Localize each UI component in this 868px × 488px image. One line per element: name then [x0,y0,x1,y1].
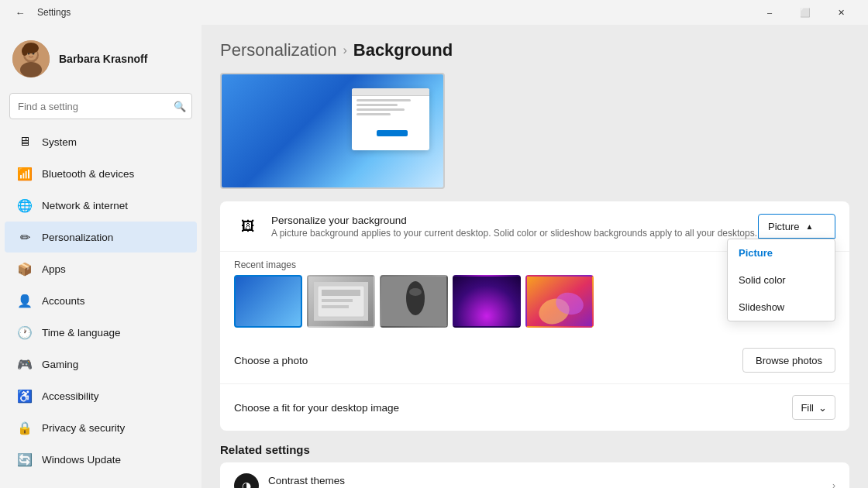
choose-photo-label: Choose a photo [234,355,742,366]
search-box: 🔍 [9,93,192,119]
choose-fit-text: Choose a fit for your desktop image [234,402,792,414]
personalize-row: 🖼 Personalize your background A picture … [220,201,849,252]
accessibility-icon: ♿ [17,388,33,404]
sidebar-item-label: Bluetooth & devices [42,168,134,180]
contrast-themes-row[interactable]: ◑ Contrast themes Color themes for low v… [220,462,849,488]
recent-image-2[interactable] [307,275,375,328]
sidebar-item-network[interactable]: 🌐 Network & internet [5,190,197,221]
choose-photo-row: Choose a photo Browse photos [220,337,849,384]
sidebar-item-label: Time & language [42,327,121,339]
sidebar-item-time[interactable]: 🕐 Time & language [5,317,197,348]
contrast-themes-icon: ◑ [234,473,259,488]
svg-rect-12 [322,305,349,308]
time-icon: 🕐 [17,325,33,340]
sidebar-item-personalization[interactable]: ✏ Personalization [5,222,197,253]
svg-rect-10 [322,290,360,296]
update-icon: 🔄 [17,452,33,467]
sidebar-item-label: Apps [42,263,66,275]
window-controls: – ⬜ ✕ [752,0,859,25]
search-input[interactable] [9,93,192,119]
browse-photos-button[interactable]: Browse photos [742,348,835,373]
svg-rect-11 [322,299,353,302]
dropdown-option-picture[interactable]: Picture [728,239,835,266]
chevron-down-icon: ⌄ [818,402,827,414]
app-title: Settings [37,7,71,18]
close-button[interactable]: ✕ [823,0,859,25]
breadcrumb-separator: › [343,43,346,57]
sidebar-item-label: Personalization [42,232,113,243]
sidebar-item-label: Gaming [42,359,78,370]
personalize-icon: 🖼 [234,212,262,240]
personalize-title: Personalize your background [271,215,758,226]
sidebar-item-label: Accessibility [42,390,99,402]
breadcrumb-parent[interactable]: Personalization [220,40,336,60]
fit-dropdown[interactable]: Fill ⌄ [792,395,835,420]
recent-image-5[interactable] [525,275,594,328]
background-type-dropdown[interactable]: Picture ▲ [758,214,835,239]
chevron-right-icon: › [832,480,835,488]
background-type-dropdown-container: Picture ▲ Picture Solid color Slideshow [758,214,835,239]
recent-image-4[interactable] [453,275,521,328]
choose-fit-label: Choose a fit for your desktop image [234,402,792,414]
sidebar-item-update[interactable]: 🔄 Windows Update [5,444,197,475]
dropdown-menu: Picture Solid color Slideshow [727,239,835,321]
personalize-text: Personalize your background A picture ba… [271,215,758,239]
network-icon: 🌐 [17,198,33,213]
gaming-icon: 🎮 [17,356,33,372]
choose-photo-text: Choose a photo [234,355,742,366]
nav-list: 🖥 System 📶 Bluetooth & devices 🌐 Network… [0,125,202,476]
dropdown-option-solid-color[interactable]: Solid color [728,266,835,294]
related-settings-label: Related settings [220,443,849,456]
apps-icon: 📦 [17,261,33,277]
minimize-button[interactable]: – [752,0,787,25]
breadcrumb-current: Background [353,40,453,60]
chevron-up-icon: ▲ [805,222,813,231]
sidebar: Barbara Krasnoff 🔍 🖥 System 📶 Bluetooth … [0,25,202,488]
sidebar-item-apps[interactable]: 📦 Apps [5,253,197,284]
sidebar-item-bluetooth[interactable]: 📶 Bluetooth & devices [5,158,197,189]
system-icon: 🖥 [17,134,33,149]
breadcrumb: Personalization › Background [220,40,849,60]
svg-point-15 [409,288,422,296]
sidebar-item-gaming[interactable]: 🎮 Gaming [5,349,197,380]
user-name: Barbara Krasnoff [59,53,147,65]
privacy-icon: 🔒 [17,420,33,435]
recent-image-3[interactable] [380,275,448,328]
sidebar-item-label: Windows Update [42,454,121,466]
choose-fit-row: Choose a fit for your desktop image Fill… [220,384,849,431]
dropdown-option-slideshow[interactable]: Slideshow [728,294,835,321]
personalize-card: 🖼 Personalize your background A picture … [220,201,849,431]
sidebar-item-accessibility[interactable]: ♿ Accessibility [5,380,197,411]
sidebar-item-label: Privacy & security [42,422,125,434]
titlebar: ← Settings – ⬜ ✕ [0,0,868,25]
bluetooth-icon: 📶 [17,166,33,181]
user-profile[interactable]: Barbara Krasnoff [0,31,202,90]
personalization-icon: ✏ [17,229,33,245]
background-preview [220,73,445,189]
personalize-desc: A picture background applies to your cur… [271,228,758,239]
preview-window [352,88,429,150]
sidebar-item-system[interactable]: 🖥 System [5,126,197,157]
svg-point-14 [406,281,425,315]
content-area: Personalization › Background 🖼 [202,25,868,488]
sidebar-item-privacy[interactable]: 🔒 Privacy & security [5,412,197,443]
sidebar-item-accounts[interactable]: 👤 Accounts [5,285,197,316]
recent-image-1[interactable] [234,275,302,328]
sidebar-item-label: Accounts [42,295,85,307]
svg-point-7 [22,46,28,56]
contrast-themes-text: Contrast themes Color themes for low vis… [268,475,832,489]
svg-point-2 [20,62,42,77]
sidebar-item-label: System [42,136,77,148]
back-button[interactable]: ← [9,2,31,23]
search-icon: 🔍 [174,101,186,112]
avatar [12,40,50,77]
accounts-icon: 👤 [17,293,33,308]
sidebar-item-label: Network & internet [42,200,128,211]
contrast-themes-title: Contrast themes [268,475,832,486]
maximize-button[interactable]: ⬜ [787,0,823,25]
